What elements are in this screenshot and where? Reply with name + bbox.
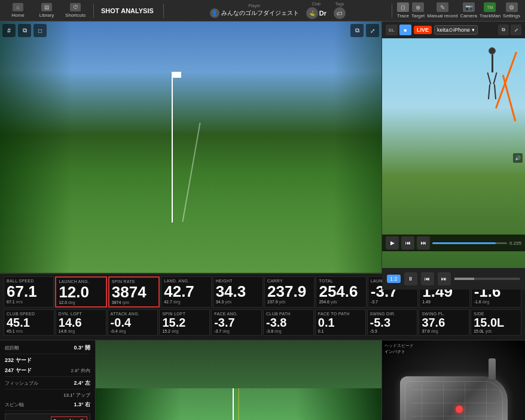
split-view-icon[interactable]: ⧉ — [350, 24, 364, 37]
finish-val1: 2.4° 左 — [74, 379, 90, 387]
swing-pl-unit: deg — [431, 329, 438, 333]
fullscreen-icon[interactable]: ⤢ — [366, 24, 379, 37]
golf-course-video — [0, 22, 381, 273]
launch-ang-sub: 12.0 — [59, 300, 67, 305]
face-vline-1 — [422, 383, 422, 421]
play-button[interactable]: ▶ — [386, 236, 399, 249]
tags-icon: 🏷 — [334, 7, 346, 19]
face-vline-4 — [486, 383, 487, 421]
step-back-button[interactable]: ⏮ — [421, 272, 434, 285]
club-path-unit: deg — [274, 329, 282, 333]
nav-trace[interactable]: ⟨⟩ Trace — [397, 2, 409, 19]
nav-home[interactable]: ⌂ Home — [5, 1, 31, 20]
nav-shortcuts[interactable]: ⏱ Shortcuts — [62, 1, 88, 20]
face-to-path-sub: 0.1 — [318, 329, 324, 333]
dyn-loft-value: 14.6 — [59, 316, 103, 328]
total-value: 254.6 — [319, 284, 363, 299]
club-video-label-1: ヘッドスピード — [384, 343, 414, 349]
next-frame-button[interactable]: ⏭ — [417, 236, 430, 249]
total-side-val: 2.8° 外内 — [71, 367, 90, 374]
side-label: SIDE — [474, 312, 518, 316]
volume-icon[interactable]: 🔊 — [513, 153, 523, 163]
ball-speed-value: 67.1 — [7, 284, 51, 299]
stat-land-ang: LAND. ANG. 42.7 42.7deg — [161, 276, 211, 308]
stat-face-ang: FACE ANG. -3.7 -3.7deg — [211, 309, 262, 336]
nav-target[interactable]: ⊕ Target — [411, 2, 425, 19]
attack-ang-value: -0.4 — [111, 316, 155, 328]
spin-loft-sub: 15.2 — [162, 329, 170, 333]
nav-manual-record[interactable]: ✎ Manual record — [427, 2, 457, 19]
carry-value-jp: 232 ヤード — [5, 357, 90, 364]
smash-fac-sub: 1.49 — [422, 300, 431, 304]
nav-separator-2 — [163, 4, 164, 18]
nav-camera[interactable]: 📷 Camera — [460, 2, 477, 19]
ratio-button[interactable]: 1:2 — [387, 275, 401, 283]
right-progress-bar[interactable] — [432, 242, 507, 244]
trackman-icon: TM — [484, 2, 496, 12]
swing-dir-value: -5.3 — [370, 316, 415, 328]
active-view-button[interactable]: ■ — [399, 25, 411, 35]
shortcuts-icon: ⏱ — [70, 3, 81, 11]
launch-ang-value: 12.0 — [59, 284, 103, 300]
stat-swing-dir: SWING DIR. -5.3 -5.3 — [367, 309, 418, 336]
total-sub: 254.6 — [319, 300, 329, 304]
bl-button[interactable]: BL — [386, 25, 398, 35]
carry-value: 237.9 — [267, 284, 312, 299]
nav-player-section[interactable]: Player 👤 みんなのゴルフダイジェスト — [210, 4, 299, 18]
spin-rate-sub: 3874 — [112, 300, 121, 305]
live-badge: LIVE — [414, 26, 432, 34]
nav-library[interactable]: ▤ Library — [33, 1, 60, 20]
grid-toggle-icon[interactable]: ⧉ — [498, 25, 509, 35]
trackman-label: TrackMan — [480, 13, 500, 19]
swing-dir-label: SWING DIR. — [370, 312, 415, 316]
nav-separator-1 — [93, 4, 94, 18]
flag — [172, 72, 181, 78]
spin-rate-unit: rpm — [122, 300, 129, 305]
stat-launch-ang: LAUNCH ANG. 12.0 12.0deg — [55, 276, 106, 308]
height-unit: yds — [225, 300, 231, 304]
settings-icon: ⚙ — [506, 2, 518, 12]
side-unit: yds — [486, 329, 492, 333]
prev-frame-button[interactable]: ⏮ — [401, 236, 414, 249]
spin-rate-value: 3874 — [112, 284, 156, 300]
trace-label: Trace — [397, 13, 409, 19]
nav-library-label: Library — [39, 13, 54, 18]
camera-label: Camera — [460, 13, 477, 19]
step-forward-button[interactable]: ⏭ — [438, 272, 451, 285]
chevron-down-icon: ▾ — [472, 27, 475, 33]
expand-icon[interactable]: ⤢ — [511, 25, 521, 35]
player-label: Player — [248, 4, 260, 8]
home-icon: ⌂ — [13, 3, 23, 11]
nav-settings[interactable]: ⚙ Settings — [503, 2, 520, 19]
camera-view-icon[interactable]: ⧉ — [18, 24, 31, 37]
left-video-panel: # ⧉ □ ⧉ ⤢ — [0, 22, 381, 273]
land-ang-unit: deg — [173, 300, 181, 304]
nav-tags[interactable]: Tags 🏷 — [334, 2, 346, 19]
face-vline-3 — [465, 383, 465, 421]
height-value: 34.3 — [216, 284, 260, 299]
club-speed-value: 45.1 — [7, 316, 51, 328]
h-impact-value: 6 mm ヒール — [51, 416, 87, 420]
right-video-controls-bar: ▶ ⏮ ⏭ 0.235 — [382, 235, 525, 251]
face-ang-label: FACE ANG. — [214, 312, 259, 316]
main-progress-bar[interactable] — [454, 278, 520, 280]
club-speed-unit: m/s — [16, 329, 23, 333]
swing-pl-sub: 37.6 — [422, 329, 430, 333]
nav-club[interactable]: Club ⛳ Dr — [306, 2, 326, 19]
stat-spin-loft: SPIN LOFT 15.2 15.2deg — [159, 309, 210, 336]
data-row-spin: スピン軸 1.3° 右 — [5, 401, 90, 411]
face-line-2 — [411, 403, 497, 403]
face-ang-value: -3.7 — [214, 316, 259, 328]
nav-trackman[interactable]: TM TrackMan — [480, 2, 500, 19]
club-label: Club — [312, 2, 321, 6]
device-selector[interactable]: keita⊙iPhone ▾ — [434, 25, 478, 35]
stat-side: SIDE 15.0L 15.0Lyds — [471, 309, 521, 336]
snapshot-icon[interactable]: □ — [33, 24, 47, 37]
grid-icon[interactable]: # — [2, 24, 16, 37]
right-video-content: 🔊 — [382, 38, 525, 268]
settings-label: Settings — [503, 13, 520, 19]
right-video-topbar: BL ■ LIVE keita⊙iPhone ▾ ⧉ ⤢ — [382, 22, 525, 38]
club-head-container — [400, 376, 508, 421]
ball-trajectory — [182, 123, 200, 222]
pause-button[interactable]: ⏸ — [404, 272, 417, 285]
